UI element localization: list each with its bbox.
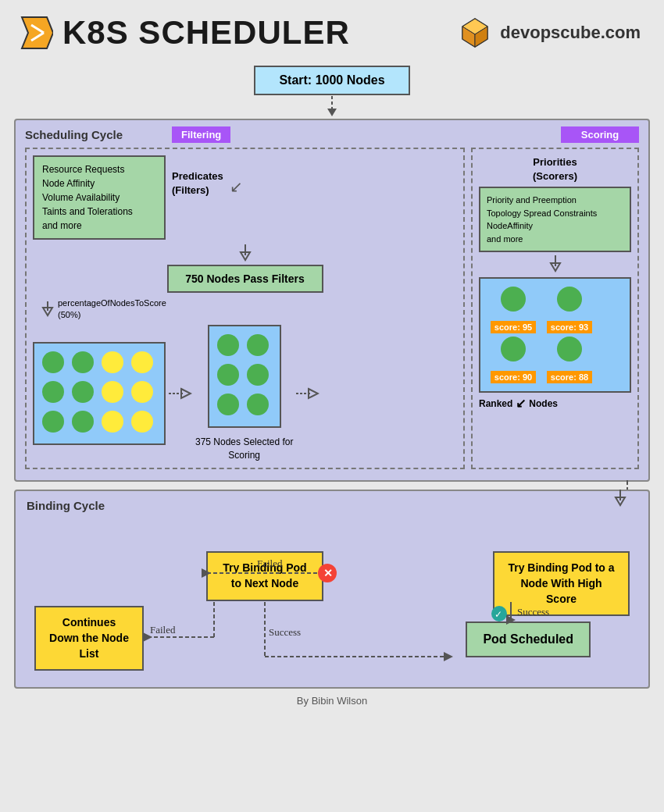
svg-text:Failed: Failed — [150, 624, 176, 636]
nodes-selected-label: 375 Nodes Selected forScoring — [195, 436, 293, 462]
filter-line-5: and more — [42, 219, 156, 233]
main-node-grid — [33, 342, 166, 445]
arrow-right-1 — [169, 386, 192, 401]
scorer-line-1: Priority and Preemption — [487, 194, 623, 207]
node-dot — [102, 351, 123, 373]
start-box: Start: 1000 Nodes — [254, 66, 409, 95]
mid-node-grid — [208, 325, 281, 428]
predicates-label: Predicates(Filters) — [172, 169, 223, 198]
node-dot — [42, 351, 64, 373]
filter-box: Resource Requests Node Affinity Volume A… — [33, 155, 166, 240]
node-dot — [102, 381, 123, 403]
header-left: K8S SCHEDULER — [16, 14, 350, 52]
svg-marker-25 — [202, 568, 211, 578]
score-badge-88: score: 88 — [547, 371, 592, 383]
scored-grid: score: 95 score: 93 score: 90 score: 88 — [479, 277, 631, 393]
node-dot — [217, 394, 239, 415]
ranked-nodes-label: Ranked ↙ Nodes — [479, 396, 631, 411]
arrow-filter-down — [237, 244, 253, 262]
percentage-label: percentageOfNodesToScore(50%) — [58, 297, 166, 322]
binding-layout: Continues Down the Node List Try Binding… — [27, 520, 637, 676]
node-dot — [102, 411, 123, 433]
score-badge-90: score: 90 — [491, 371, 536, 383]
node-dot-88 — [557, 337, 582, 361]
arrow-scorer-down — [548, 255, 563, 272]
svg-marker-33 — [444, 652, 453, 661]
page-title: K8S SCHEDULER — [62, 14, 350, 52]
scored-cell-90: score: 90 — [487, 337, 540, 383]
scorer-box: Priority and Preemption Topology Spread … — [479, 187, 631, 252]
arrow-right-2 — [296, 386, 320, 401]
priorities-label: Priorities(Scorers) — [479, 155, 631, 183]
node-dot — [247, 394, 269, 415]
filter-line-4: Taints and Tolerations — [42, 205, 156, 219]
left-dashed-box: Resource Requests Node Affinity Volume A… — [25, 148, 465, 469]
cube-icon — [458, 16, 492, 50]
node-dot — [42, 411, 64, 433]
footer: By Bibin Wilson — [0, 695, 664, 707]
node-dot — [217, 334, 239, 356]
arrow-into-binding — [612, 490, 628, 507]
scored-cell-93: score: 93 — [543, 287, 596, 333]
svg-text:✓: ✓ — [494, 609, 502, 620]
score-badge-93: score: 93 — [547, 321, 592, 333]
header-right: devopscube.com — [458, 16, 641, 50]
sc-layout: Resource Requests Node Affinity Volume A… — [25, 148, 639, 469]
filter-line-3: Volume Availability — [42, 191, 156, 205]
filter-line-1: Resource Requests — [42, 162, 156, 176]
node-dot — [131, 351, 153, 373]
scheduling-cycle: Scheduling Cycle Filtering Scoring Resou… — [14, 119, 650, 482]
svg-text:Success: Success — [269, 626, 301, 638]
node-dot — [42, 381, 64, 403]
node-dot-95 — [501, 287, 526, 312]
svg-text:Failed: Failed — [257, 557, 283, 569]
scored-cell-95: score: 95 — [487, 287, 540, 333]
filter-line-2: Node Affinity — [42, 176, 156, 191]
right-dashed-box: Priorities(Scorers) Priority and Preempt… — [471, 148, 639, 469]
node-dot — [247, 364, 269, 386]
node-dot — [217, 364, 239, 386]
binding-arrows-svg: Failed ✕ Failed Success Success ✓ — [27, 520, 637, 676]
filtering-badge: Filtering — [172, 126, 230, 143]
header: K8S SCHEDULER devopscube.com — [0, 0, 664, 59]
node-dot — [72, 381, 94, 403]
svg-text:✕: ✕ — [323, 567, 333, 579]
nodes-pass-box: 750 Nodes Pass Filters — [167, 265, 323, 293]
node-dot-93 — [557, 287, 582, 312]
scorer-line-3: NodeAffinity — [487, 219, 623, 233]
arrow-predicates: ↙ — [230, 177, 243, 196]
svg-marker-8 — [327, 109, 337, 116]
scored-cell-88: score: 88 — [543, 337, 596, 383]
svg-text:Success: Success — [517, 606, 549, 618]
node-dot — [247, 334, 269, 356]
binding-cycle-label: Binding Cycle — [27, 499, 637, 512]
chevron-icon — [16, 14, 53, 52]
site-name: devopscube.com — [500, 23, 641, 43]
scoring-badge: Scoring — [561, 126, 639, 143]
score-badge-95: score: 95 — [491, 321, 536, 333]
start-box-wrapper: Start: 1000 Nodes — [0, 66, 664, 95]
scorer-line-2: Topology Spread Constraints — [487, 207, 623, 220]
node-dot — [131, 411, 153, 433]
arrow-percent-down — [41, 301, 55, 317]
scheduling-cycle-label: Scheduling Cycle — [25, 128, 639, 141]
node-dot-90 — [501, 337, 526, 361]
binding-cycle: Binding Cycle Continues Down the Node Li… — [14, 490, 650, 689]
arrow-start-down — [324, 96, 340, 118]
node-dot — [72, 411, 94, 433]
scorer-line-4: and more — [487, 233, 623, 246]
node-dot — [72, 351, 94, 373]
node-dot — [131, 381, 153, 403]
footer-text: By Bibin Wilson — [297, 695, 367, 707]
svg-marker-0 — [22, 17, 53, 48]
